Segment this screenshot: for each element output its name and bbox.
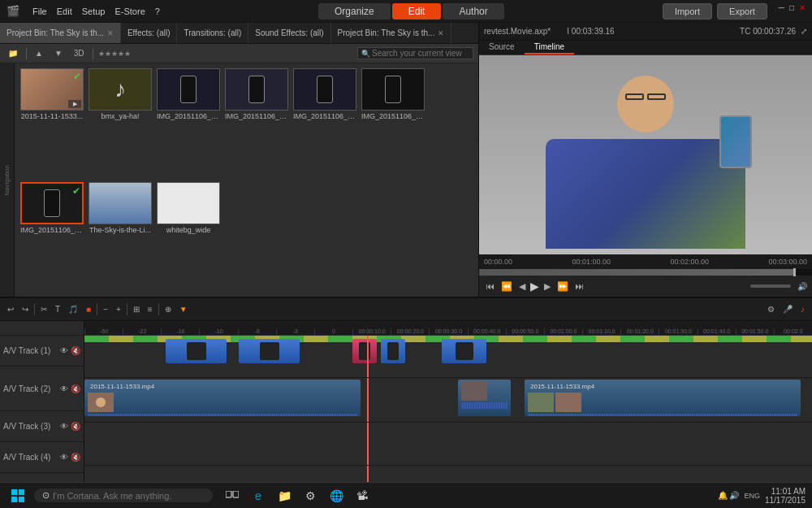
preview-expand-icon[interactable]: ⤢ <box>801 27 807 36</box>
glass-right <box>647 93 666 100</box>
tab-project-bin-1[interactable]: Project Bin: The Sky is th... ✕ <box>0 23 121 43</box>
prev-frame-button[interactable]: ◀ <box>517 281 527 292</box>
step-back-button[interactable]: ⏪ <box>499 281 514 292</box>
tl-undo-icon[interactable]: ↩ <box>5 304 16 315</box>
tl-razor-icon[interactable]: ✂ <box>38 304 50 315</box>
next-frame-button[interactable]: ▶ <box>542 281 552 292</box>
ruler-mark: -3 <box>276 328 314 335</box>
preview-progress-bar[interactable] <box>479 269 812 276</box>
tl-marker-icon[interactable]: ▼ <box>177 304 190 315</box>
glass-left <box>625 93 644 100</box>
ruler-mark: 00:00:50.0 <box>506 328 544 335</box>
tl-zoom-in-icon[interactable]: + <box>114 304 123 315</box>
tl-grid-icon[interactable]: ⊞ <box>131 304 142 315</box>
close-button[interactable]: ✕ <box>799 3 806 20</box>
timeline-area: ↩ ↪ ✂ T 🎵 ■ − + ⊞ ≡ ⊕ ▼ ⚙ 🎤 ♪ A/V Track … <box>0 297 812 508</box>
menu-setup[interactable]: Setup <box>82 7 106 16</box>
clip-label: 2015-11-11-1533.mp4 <box>88 381 357 392</box>
chrome-button[interactable]: 🌐 <box>325 484 348 507</box>
tab-sound-effects[interactable]: Sound Effects: (all) <box>248 23 330 43</box>
start-button[interactable] <box>6 484 29 507</box>
tl-voiceover-icon[interactable]: 🎤 <box>780 304 795 315</box>
tl-list-icon[interactable]: ≡ <box>145 304 155 315</box>
tab-close-2[interactable]: ✕ <box>438 29 444 37</box>
tab-organize[interactable]: Organize <box>318 3 391 20</box>
tl-audio-icon[interactable]: 🎵 <box>66 304 80 315</box>
tab-timeline[interactable]: Timeline <box>525 41 574 54</box>
taskbar-search-box[interactable]: ⊙ <box>34 488 213 502</box>
file-explorer-button[interactable]: 📁 <box>273 484 296 507</box>
track-4-mute-icon[interactable]: 🔇 <box>71 453 80 462</box>
rewind-start-button[interactable]: ⏮ <box>484 281 496 291</box>
task-view-button[interactable] <box>221 484 244 507</box>
media-item[interactable]: IMG_20151106_1... <box>156 68 221 179</box>
timeline-tracks: A/V Track (1) 👁 🔇 A/V Track (2) 👁 🔇 A/V … <box>0 321 812 508</box>
phone-thumbnail <box>44 189 60 217</box>
media-item-name: IMG_20151106_1... <box>361 112 425 120</box>
tl-text-icon[interactable]: T <box>53 304 63 315</box>
import-button[interactable]: Import <box>663 3 712 20</box>
preview-timecode-left: I 00:03:39.16 <box>567 27 614 36</box>
3d-label: 3D <box>71 48 88 59</box>
track-4-eye-icon[interactable]: 👁 <box>60 453 68 462</box>
track-2-mute-icon[interactable]: 🔇 <box>71 384 80 393</box>
tab-author[interactable]: Author <box>443 3 503 20</box>
clip-thumb <box>187 342 206 360</box>
clip-1-5[interactable] <box>442 339 486 363</box>
tab-project-bin-2[interactable]: Project Bin: The Sky is th... ✕ <box>331 23 452 43</box>
clip-2-2[interactable] <box>458 380 511 416</box>
tl-audio-mix-icon[interactable]: ♪ <box>798 304 807 315</box>
media-item[interactable]: whitebg_wide <box>156 182 221 293</box>
media-item[interactable]: ✔ ▶ 2015-11-11-1533... <box>19 68 84 179</box>
fast-forward-button[interactable]: ⏩ <box>555 281 570 292</box>
sort-down-icon[interactable]: ▼ <box>51 48 66 59</box>
media-item[interactable]: IMG_20151106_1... <box>292 68 357 179</box>
tl-settings-icon[interactable]: ⚙ <box>765 304 777 315</box>
track-1-mute-icon[interactable]: 🔇 <box>71 346 80 355</box>
cortana-input[interactable] <box>53 491 205 501</box>
tl-snap-icon[interactable]: ⊕ <box>162 304 174 315</box>
tab-source[interactable]: Source <box>479 41 525 54</box>
clip-1-2[interactable] <box>239 339 300 363</box>
clip-2-1[interactable]: 2015-11-11-1533.mp4 <box>84 380 361 416</box>
track-1-eye-icon[interactable]: 👁 <box>60 346 68 355</box>
export-button[interactable]: Export <box>717 3 767 20</box>
sort-up-icon[interactable]: ▲ <box>32 48 46 59</box>
menu-file[interactable]: File <box>32 7 47 16</box>
media-item[interactable]: IMG_20151106_1... <box>224 68 289 179</box>
volume-icon[interactable]: 🔊 <box>797 282 807 291</box>
edge-button[interactable]: e <box>247 484 270 507</box>
media-item[interactable]: The-Sky-is-the-Li... <box>88 182 153 293</box>
track-3-eye-icon[interactable]: 👁 <box>60 422 68 431</box>
play-button[interactable]: ▶ <box>530 280 539 293</box>
clip-1-1[interactable] <box>166 339 227 363</box>
clip-1-3-pink[interactable] <box>352 339 377 363</box>
media-item[interactable]: ♪ bmx_ya-ha! <box>88 68 153 179</box>
tl-color-icon[interactable]: ■ <box>84 304 93 315</box>
minimize-button[interactable]: ─ <box>779 3 784 20</box>
settings-button[interactable]: ⚙ <box>299 484 322 507</box>
clip-thumb <box>260 342 279 360</box>
tab-edit[interactable]: Edit <box>392 3 442 20</box>
forward-end-button[interactable]: ⏭ <box>573 281 585 291</box>
tab-transitions[interactable]: Transitions: (all) <box>177 23 248 43</box>
clip-1-4[interactable] <box>381 339 405 363</box>
clip-2-3[interactable]: 2015-11-11-1533.mp4 <box>525 380 801 416</box>
track-2-eye-icon[interactable]: 👁 <box>60 384 68 393</box>
tab-effects[interactable]: Effects: (all) <box>121 23 178 43</box>
tab-close-1[interactable]: ✕ <box>107 29 114 37</box>
tl-zoom-out-icon[interactable]: − <box>101 304 110 315</box>
track-3-mute-icon[interactable]: 🔇 <box>71 422 80 431</box>
menu-edit[interactable]: Edit <box>57 7 72 16</box>
search-box[interactable]: 🔍 <box>357 47 473 59</box>
volume-slider[interactable] <box>750 284 791 288</box>
menu-estore[interactable]: E-Store <box>114 7 145 16</box>
search-input[interactable] <box>372 49 469 58</box>
track-1-name: A/V Track (1) <box>3 346 58 355</box>
maximize-button[interactable]: □ <box>789 3 794 20</box>
ruler-mark: -16 <box>161 328 199 335</box>
app-button[interactable]: 📽 <box>351 484 374 507</box>
media-item[interactable]: ✔ IMG_20151106_1... <box>19 182 84 293</box>
tl-redo-icon[interactable]: ↪ <box>19 304 31 315</box>
media-item[interactable]: IMG_20151106_1... <box>361 68 425 179</box>
